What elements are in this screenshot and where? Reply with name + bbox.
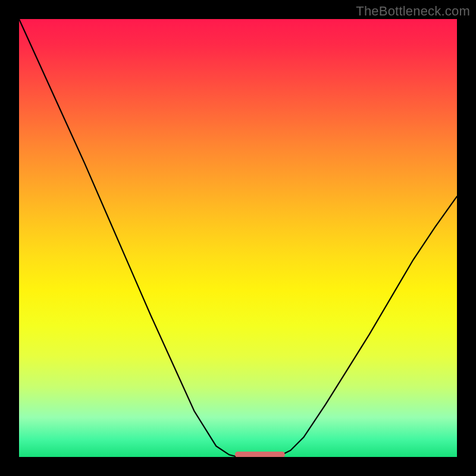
chart-canvas: TheBottleneck.com	[0, 0, 476, 476]
attribution-watermark: TheBottleneck.com	[356, 4, 470, 19]
bottleneck-curve	[19, 19, 457, 457]
curve-layer	[19, 19, 457, 457]
plot-area	[19, 19, 457, 457]
